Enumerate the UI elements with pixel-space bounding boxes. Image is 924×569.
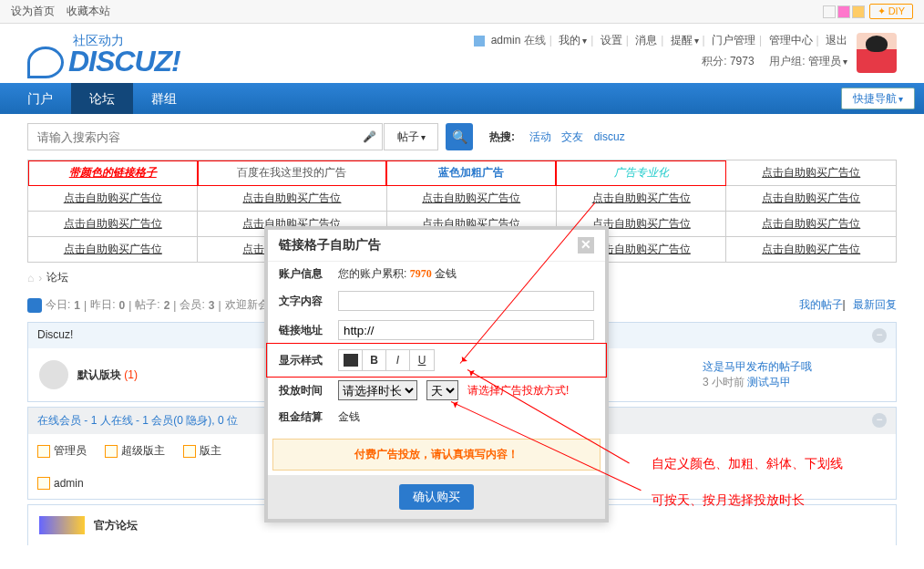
time-warning: 请选择广告投放方式! <box>467 383 569 398</box>
logo[interactable]: 社区动力 DISCUZ! <box>27 33 180 78</box>
ad-slot[interactable]: 带颜色的链接格子 <box>69 166 157 179</box>
new-reply-link[interactable]: 最新回复 <box>853 298 897 311</box>
last-post-title[interactable]: 这是马甲发布的帖子哦 <box>703 360 812 373</box>
confirm-button[interactable]: 确认购买 <box>399 484 474 510</box>
search-button[interactable]: 🔍 <box>446 123 473 150</box>
layout-icons[interactable] <box>823 5 865 18</box>
ad-buy-link[interactable]: 点击自助购买广告位 <box>592 191 691 204</box>
legend-item: 超级版主 <box>105 443 165 459</box>
duration-unit-select[interactable]: 天 <box>426 380 458 400</box>
hot-link[interactable]: 活动 <box>529 130 551 143</box>
last-post-user[interactable]: 测试马甲 <box>747 376 791 388</box>
duration-select[interactable]: 请选择时长 <box>338 380 417 400</box>
search-bar: 🎤 帖子 🔍 热搜: 活动 交友 discuz <box>0 114 924 160</box>
forum-count: (1) <box>124 368 138 381</box>
forum-icon <box>39 360 68 389</box>
close-icon[interactable]: ✕ <box>578 237 594 253</box>
section-title[interactable]: Discuz! <box>37 328 73 343</box>
settings-link[interactable]: 设置 <box>601 34 622 47</box>
topbar: 设为首页 收藏本站 ✦ DIY <box>0 0 924 24</box>
usergroup-menu[interactable]: 管理员 <box>808 55 847 67</box>
collapse-icon[interactable]: − <box>872 413 887 428</box>
breadcrumb-forum[interactable]: 论坛 <box>46 270 68 285</box>
nav-tab-group[interactable]: 群组 <box>133 83 195 114</box>
ad-buy-link[interactable]: 点击自助购买广告位 <box>762 217 860 230</box>
ad-buy-link[interactable]: 点击自助购买广告位 <box>762 166 860 179</box>
ad-modal: 链接格子自助广告 ✕ 账户信息 您的账户累积: 7970 金钱 文字内容 链接地… <box>264 226 609 522</box>
ad-buy-link[interactable]: 点击自助购买广告位 <box>422 191 520 204</box>
ad-buy-link[interactable]: 点击自助购买广告位 <box>242 191 341 204</box>
main-nav: 门户 论坛 群组 快捷导航 <box>0 83 924 114</box>
color-picker-button[interactable] <box>339 350 363 370</box>
ad-link-input[interactable] <box>338 320 594 340</box>
credits-value[interactable]: 7973 <box>730 55 755 67</box>
ad-buy-link[interactable]: 点击自助购买广告位 <box>762 243 860 255</box>
hot-link[interactable]: discuz <box>594 130 625 143</box>
ad-slot[interactable]: 蓝色加粗广告 <box>438 166 504 179</box>
ad-buy-link[interactable]: 点击自助购买广告位 <box>762 191 860 204</box>
underline-button[interactable]: U <box>410 350 434 370</box>
search-type-select[interactable]: 帖子 <box>384 123 438 150</box>
ad-slot[interactable]: 广告专业化 <box>614 166 669 179</box>
nav-tab-forum[interactable]: 论坛 <box>71 83 133 114</box>
admin-center-link[interactable]: 管理中心 <box>769 34 813 47</box>
hot-search-label: 热搜: <box>489 129 515 145</box>
my-menu[interactable]: 我的 <box>559 34 587 47</box>
portal-admin-link[interactable]: 门户管理 <box>712 34 755 47</box>
messages-link[interactable]: 消息 <box>635 34 657 47</box>
home-icon[interactable]: ⌂ <box>27 272 34 284</box>
online-user[interactable]: admin <box>37 477 84 490</box>
legend-item: 管理员 <box>37 443 87 459</box>
hot-link[interactable]: 交友 <box>561 130 583 143</box>
bold-button[interactable]: B <box>363 350 386 370</box>
forum-name-link[interactable]: 默认版块 <box>77 368 121 381</box>
nav-tab-portal[interactable]: 门户 <box>9 83 71 114</box>
italic-button[interactable]: I <box>386 350 410 370</box>
ad-slot[interactable]: 百度在我这里投的广告 <box>237 166 346 179</box>
ad-buy-link[interactable]: 点击自助购买广告位 <box>64 217 162 230</box>
my-posts-link[interactable]: 我的帖子 <box>799 298 843 311</box>
official-forum-icon <box>39 516 85 534</box>
ad-buy-link[interactable]: 点击自助购买广告位 <box>64 191 162 204</box>
search-input[interactable] <box>27 123 383 150</box>
favorite-link[interactable]: 收藏本站 <box>67 5 110 17</box>
quick-nav[interactable]: 快捷导航 <box>841 88 915 109</box>
header: 社区动力 DISCUZ! admin 在线| 我的| 设置| 消息| 提醒| 门… <box>0 24 924 83</box>
online-title: 在线会员 - 1 人在线 - 1 会员(0 隐身), 0 位 <box>37 413 238 429</box>
username-link[interactable]: admin <box>491 34 521 47</box>
avatar[interactable] <box>857 33 897 73</box>
diy-button[interactable]: ✦ DIY <box>869 4 913 19</box>
ad-buy-link[interactable]: 点击自助购买广告位 <box>64 243 162 255</box>
modal-title: 链接格子自助广告 <box>279 237 381 253</box>
logout-link[interactable]: 退出 <box>826 34 847 47</box>
ad-text-input[interactable] <box>338 291 594 311</box>
annotation: 自定义颜色、加粗、斜体、下划线 <box>652 456 843 472</box>
stats-icon[interactable] <box>27 298 42 313</box>
official-forum-title[interactable]: 官方论坛 <box>94 518 138 533</box>
modal-banner: 付费广告投放，请认真填写内容！ <box>272 439 601 471</box>
user-icon <box>474 36 485 47</box>
mic-icon[interactable]: 🎤 <box>363 130 376 143</box>
alerts-menu[interactable]: 提醒 <box>671 34 699 47</box>
annotation: 可按天、按月选择投放时长 <box>652 492 805 509</box>
set-home-link[interactable]: 设为首页 <box>11 5 55 17</box>
legend-item: 版主 <box>183 443 221 459</box>
collapse-icon[interactable]: − <box>872 328 887 343</box>
user-info: admin 在线| 我的| 设置| 消息| 提醒| 门户管理| 管理中心| 退出… <box>474 33 847 69</box>
